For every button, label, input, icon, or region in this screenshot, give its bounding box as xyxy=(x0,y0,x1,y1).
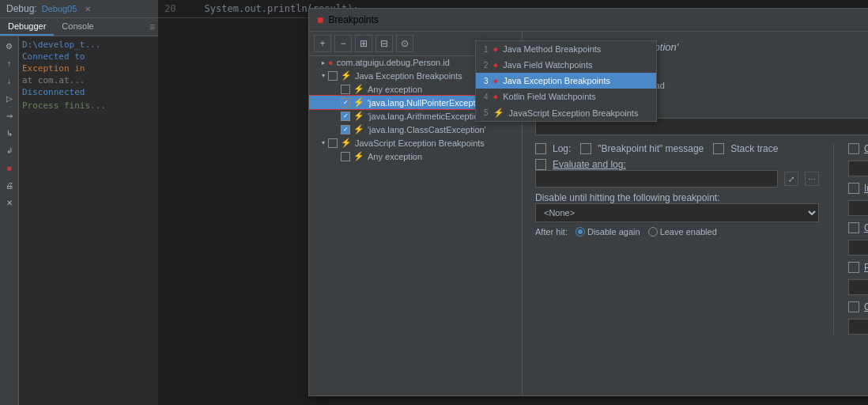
options-button[interactable]: ⊙ xyxy=(396,35,413,52)
bp-classcast[interactable]: ✓ ⚡ 'java.lang.ClassCastException' xyxy=(309,123,522,136)
radio-disable-again[interactable]: Disable again xyxy=(576,227,640,237)
instance-filter-input[interactable] xyxy=(848,200,868,216)
bp-group-java-exc-label: Java Exception Breakpoints xyxy=(355,71,462,81)
disable-until-select[interactable]: <None> xyxy=(535,203,819,222)
class-filter-row: Class filters: xyxy=(848,222,868,233)
eval-checkbox[interactable] xyxy=(535,159,546,170)
dropdown-item-kotlin-field[interactable]: 4 ● Kotlin Field Watchpoints xyxy=(476,89,656,104)
class-label: Class filters: xyxy=(864,222,868,233)
clear-icon[interactable]: ✕ xyxy=(3,196,16,209)
log-checkbox[interactable] xyxy=(535,143,546,154)
dropdown-label-js-exception: JavaScript Exception Breakpoints xyxy=(509,108,639,118)
instance-filter-row: Instance filters: xyxy=(848,183,868,194)
bp-red-circle-4: ● xyxy=(493,92,499,101)
debug-menu-icon[interactable]: ≡ xyxy=(146,18,158,36)
catch-checkbox[interactable] xyxy=(848,143,859,154)
bp-any-exc-checkbox[interactable] xyxy=(341,85,350,94)
stack-trace-checkbox[interactable] xyxy=(713,143,724,154)
up-arrow-icon[interactable]: ↑ xyxy=(3,57,16,70)
bp-group-checkbox-java-exc[interactable] xyxy=(328,71,338,81)
dropdown-label-java-method: Java Method Breakpoints xyxy=(503,44,601,54)
pass-count-label: Pass count: xyxy=(864,262,868,273)
bp-lightning-js-exc: ⚡ xyxy=(341,138,352,148)
debug-header-label: Debug: xyxy=(6,3,37,14)
play-icon[interactable]: ▷ xyxy=(3,92,16,104)
dropdown-num-2: 2 xyxy=(484,61,489,70)
tab-console[interactable]: Console xyxy=(54,18,101,36)
log-line-1: D:\develop_t... xyxy=(22,40,155,50)
class-filter-input[interactable] xyxy=(848,240,868,255)
catch-filter-input[interactable] xyxy=(848,161,868,176)
disable-until-row: Disable until hitting the following brea… xyxy=(535,192,819,203)
down-arrow-icon[interactable]: ↓ xyxy=(3,74,16,87)
caller-filter-input[interactable] xyxy=(848,319,868,335)
eval-input-row: ⤢ ⋯ xyxy=(535,170,819,187)
dropdown-item-java-exception[interactable]: 3 ● Java Exception Breakpoints xyxy=(476,73,656,89)
debug-log: D:\develop_t... Connected to Exception i… xyxy=(19,36,158,405)
class-input-row: 📁 xyxy=(848,240,868,255)
radio-disable-circle xyxy=(576,227,585,237)
breakpoints-dialog: ■ Breakpoints ✕ + − ⊞ ⊟ ⊙ xyxy=(308,8,868,396)
tab-debugger[interactable]: Debugger xyxy=(0,18,54,36)
pass-count-checkbox[interactable] xyxy=(848,262,859,273)
import-button[interactable]: ⊟ xyxy=(376,35,393,52)
bp-arith-checkbox[interactable]: ✓ xyxy=(341,112,350,121)
modal-title: Breakpoints xyxy=(328,14,378,25)
dropdown-item-java-method[interactable]: 1 ● Java Method Breakpoints xyxy=(476,41,656,57)
catch-input-row: 📁 xyxy=(848,161,868,176)
log-msg-checkbox[interactable] xyxy=(580,143,591,154)
bp-null-lightning: ⚡ xyxy=(353,97,364,108)
bp-group-js-exception[interactable]: ▾ ⚡ JavaScript Exception Breakpoints xyxy=(309,136,522,150)
eval-more-button[interactable]: ⋯ xyxy=(805,172,819,186)
left-detail-col: Log: "Breakpoint hit" message Stack trac… xyxy=(535,143,819,335)
bp-group-js-exc-label: JavaScript Exception Breakpoints xyxy=(355,138,485,148)
bp-person-icon: ● xyxy=(328,58,334,67)
radio-leave-enabled[interactable]: Leave enabled xyxy=(648,227,717,237)
bp-cast-label: 'java.lang.ClassCastException' xyxy=(368,125,486,134)
bp-lightning-java-exc: ⚡ xyxy=(341,70,352,81)
caller-input-row: 📁 xyxy=(848,319,868,335)
bp-null-label: 'java.lang.NullPointerException' xyxy=(368,98,489,108)
debug-header: Debug: Debug05 ✕ xyxy=(0,0,158,18)
log-line-4: at com.at... xyxy=(22,75,155,85)
dropdown-label-kotlin-field: Kotlin Field Watchpoints xyxy=(503,92,596,101)
export-button[interactable]: ⊞ xyxy=(355,35,372,52)
debug-session-close[interactable]: ✕ xyxy=(85,5,91,13)
dropdown-num-5: 5 xyxy=(484,108,489,117)
right-filter-panel: Catch class filters: 📁 Instance filters xyxy=(848,143,868,335)
settings-icon[interactable]: ⚙ xyxy=(3,40,16,52)
eval-expand-button[interactable]: ⤢ xyxy=(784,172,798,186)
step-over-icon[interactable]: ⇒ xyxy=(3,109,16,122)
bp-person-label: com.atguigu.debug.Person.id xyxy=(337,58,450,67)
add-breakpoint-button[interactable]: + xyxy=(314,35,331,52)
print-icon[interactable]: 🖨 xyxy=(3,179,16,191)
dropdown-label-java-field: Java Field Watchpoints xyxy=(503,60,592,70)
class-checkbox[interactable] xyxy=(848,222,859,233)
stop-icon[interactable]: ■ xyxy=(3,161,16,174)
bp-null-checkbox[interactable]: ✓ xyxy=(341,98,350,108)
dropdown-num-1: 1 xyxy=(484,45,489,54)
dropdown-label-java-exception: Java Exception Breakpoints xyxy=(503,76,610,85)
remove-breakpoint-button[interactable]: − xyxy=(334,35,352,52)
step-into-icon[interactable]: ↳ xyxy=(3,127,16,139)
bp-lightning-5: ⚡ xyxy=(493,108,504,118)
eval-row: Evaluate and log: xyxy=(535,159,819,170)
debug-session-label: Debug05 xyxy=(42,4,77,13)
bp-any-exc-js-label: Any exception xyxy=(368,152,422,161)
log-line-5: Disconnected xyxy=(22,87,155,97)
bp-group-checkbox-js-exc[interactable] xyxy=(328,138,338,148)
step-out-icon[interactable]: ↲ xyxy=(3,144,16,157)
instance-checkbox[interactable] xyxy=(848,183,859,194)
dropdown-item-js-exception[interactable]: 5 ⚡ JavaScript Exception Breakpoints xyxy=(476,104,656,121)
bp-arith-label: 'java.lang.ArithmeticException' xyxy=(368,112,485,121)
bp-any-exc-js-lightning: ⚡ xyxy=(353,151,364,161)
bp-arith-lightning: ⚡ xyxy=(353,111,364,121)
pass-count-input[interactable] xyxy=(848,279,868,295)
dropdown-item-java-field[interactable]: 2 ● Java Field Watchpoints xyxy=(476,57,656,73)
bp-any-exc-js-checkbox[interactable] xyxy=(341,152,350,161)
eval-input[interactable] xyxy=(535,170,778,187)
debug-content: ⚙ ↑ ↓ ▷ ⇒ ↳ ↲ ■ 🖨 ✕ D:\develop_t... Conn… xyxy=(0,36,158,405)
bp-cast-checkbox[interactable]: ✓ xyxy=(341,125,350,134)
bp-any-exception-js[interactable]: ⚡ Any exception xyxy=(309,150,522,163)
caller-checkbox[interactable] xyxy=(848,301,859,312)
